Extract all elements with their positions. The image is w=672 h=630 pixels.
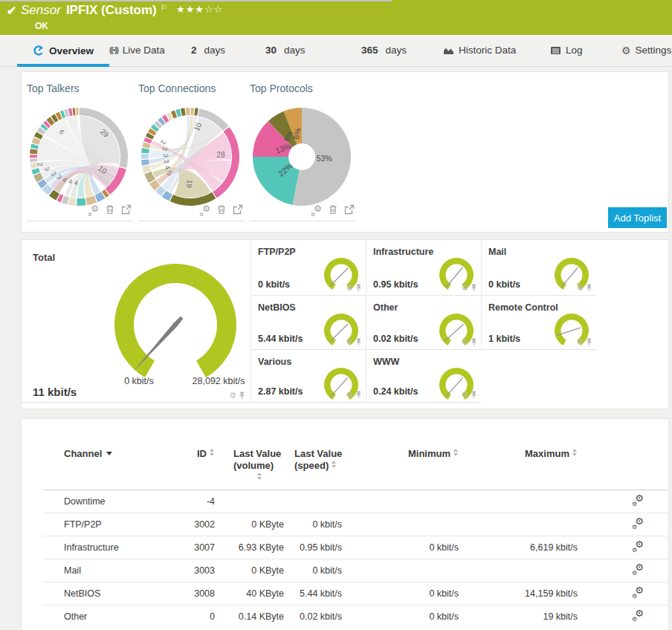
- toplists-panel: Add Toplist Top Talkers291062333444⚙⚙Top…: [21, 71, 669, 233]
- tab-live-data[interactable]: ((•))Live Data: [109, 45, 165, 56]
- column-header-channel[interactable]: Channel: [43, 448, 190, 490]
- tab-number: 365: [361, 45, 378, 56]
- channel-name: Other: [43, 605, 190, 629]
- gear-small-icon[interactable]: ⚙: [576, 338, 584, 346]
- toplist-actions: ⚙⚙: [199, 204, 243, 218]
- gear-small-icon[interactable]: ⚙: [461, 338, 468, 346]
- pin-icon[interactable]: [586, 338, 592, 346]
- gear-small-icon[interactable]: ⚙: [576, 284, 584, 292]
- trash-icon[interactable]: [329, 204, 337, 218]
- sort-icon[interactable]: [257, 472, 262, 480]
- external-link-icon[interactable]: [344, 204, 355, 218]
- row-gears-icon[interactable]: ⚙⚙: [632, 587, 644, 598]
- column-header-last-value-volume-[interactable]: Last Value(volume): [215, 448, 284, 490]
- area-icon: [443, 46, 454, 55]
- gear-small-icon[interactable]: ⚙: [229, 392, 236, 400]
- top-talkers-chart[interactable]: 291062333444: [28, 106, 129, 207]
- toplist-title[interactable]: Top Protocols: [250, 82, 356, 94]
- tab-historic-data[interactable]: Historic Data: [443, 45, 516, 56]
- toplist-title[interactable]: Top Connections: [138, 82, 245, 94]
- tab-log[interactable]: Log: [550, 45, 583, 56]
- tab-label: days: [204, 45, 226, 56]
- row-settings-cell: ⚙⚙: [578, 605, 668, 629]
- row-gears-icon[interactable]: ⚙⚙: [632, 610, 644, 621]
- maximum-value: 14,159 kbit/s: [459, 582, 578, 605]
- gauge-label: NetBIOS: [258, 302, 296, 313]
- pin-icon[interactable]: [355, 284, 362, 292]
- column-label: Minimum: [408, 448, 450, 459]
- tab-days[interactable]: 2days: [191, 45, 225, 56]
- row-gears-icon[interactable]: ⚙⚙: [632, 541, 644, 552]
- table-row-netbios[interactable]: NetBIOS300840 KByte5.44 kbit/s0 kbit/s14…: [43, 582, 668, 605]
- tab-number: 2: [191, 45, 197, 56]
- trash-icon[interactable]: [217, 204, 226, 218]
- row-settings-cell: ⚙⚙: [578, 513, 668, 536]
- top-connections-chart[interactable]: 102819233345: [140, 106, 241, 207]
- row-gears-icon[interactable]: ⚙⚙: [632, 564, 644, 575]
- tab-days[interactable]: 365days: [361, 45, 407, 56]
- card-underline: [250, 221, 356, 221]
- page-title: SensorIPFIX (Custom)⚐: [21, 3, 168, 18]
- flag-icon[interactable]: ⚐: [161, 3, 168, 12]
- add-toplist-button[interactable]: Add Toplist: [608, 207, 667, 228]
- gear-small-icon[interactable]: ⚙: [346, 338, 353, 346]
- toplist-card-top-connections: Top Connections102819233345⚙⚙: [138, 82, 245, 221]
- gauge-value: 0 kbit/s: [488, 279, 520, 290]
- gauge-label: Mail: [488, 247, 506, 257]
- pin-icon[interactable]: [355, 391, 362, 399]
- toplist-title[interactable]: Top Talkers: [27, 82, 133, 94]
- total-gauge-chart[interactable]: [101, 255, 250, 390]
- column-header-last-value-speed-[interactable]: Last Value(speed): [284, 448, 342, 490]
- column-label: Channel: [64, 448, 102, 459]
- tab-label: Historic Data: [459, 45, 516, 56]
- sort-icon[interactable]: [572, 449, 578, 456]
- pin-icon[interactable]: [471, 338, 477, 346]
- pin-icon[interactable]: [355, 338, 362, 346]
- table-row-other[interactable]: Other00.14 KByte0.02 kbit/s0 kbit/s19 kb…: [43, 605, 668, 629]
- pin-icon[interactable]: [471, 284, 477, 292]
- column-header-id[interactable]: ID: [190, 448, 215, 490]
- table-row-ftp-p2p[interactable]: FTP/P2P30020 KByte0 kbit/s⚙⚙: [43, 513, 668, 536]
- external-link-icon[interactable]: [121, 204, 132, 218]
- gear-small-icon[interactable]: ⚙: [461, 391, 468, 399]
- channel-id: 3002: [190, 513, 215, 536]
- channel-gauge-cell-mail: Mail0 kbit/s⚙: [481, 240, 596, 296]
- gauge-label: Other: [373, 302, 398, 313]
- tab-settings[interactable]: ⚙Settings: [621, 45, 671, 56]
- column-header-maximum[interactable]: Maximum: [459, 448, 578, 490]
- last-value-speed: [284, 490, 342, 513]
- row-gears-icon[interactable]: ⚙⚙: [632, 518, 644, 529]
- tab-days[interactable]: 30days: [265, 45, 306, 56]
- top-protocols-chart[interactable]: 53%22%13%6%6%: [251, 106, 352, 207]
- gears-icon[interactable]: ⚙⚙: [88, 206, 99, 216]
- sort-icon[interactable]: [332, 461, 337, 468]
- column-header-minimum[interactable]: Minimum: [342, 448, 459, 490]
- channel-name: Downtime: [43, 490, 190, 513]
- gear-small-icon[interactable]: ⚙: [346, 284, 353, 292]
- pin-icon[interactable]: [471, 391, 477, 399]
- tab-overview[interactable]: Overview: [33, 45, 94, 56]
- gear-small-icon[interactable]: ⚙: [461, 284, 468, 292]
- table-row-downtime[interactable]: Downtime-4⚙⚙: [43, 490, 668, 513]
- maximum-value: 6,619 kbit/s: [459, 536, 578, 559]
- gears-icon[interactable]: ⚙⚙: [311, 206, 322, 216]
- pin-icon[interactable]: [586, 284, 592, 292]
- pin-icon[interactable]: [239, 392, 245, 400]
- table-row-mail[interactable]: Mail30030 KByte0 kbit/s⚙⚙: [43, 559, 668, 582]
- minimum-value: [342, 513, 459, 536]
- gears-icon[interactable]: ⚙⚙: [199, 206, 210, 216]
- trash-icon[interactable]: [106, 204, 114, 218]
- channel-id: 3008: [190, 582, 215, 605]
- gear-small-icon[interactable]: ⚙: [346, 391, 353, 399]
- toplist-actions: ⚙⚙: [311, 204, 355, 218]
- sort-icon[interactable]: [453, 449, 459, 456]
- external-link-icon[interactable]: [233, 204, 243, 218]
- priority-stars[interactable]: ★★★☆☆: [176, 4, 223, 15]
- row-gears-icon[interactable]: ⚙⚙: [632, 495, 644, 506]
- table-row-infrastructure[interactable]: Infrastructure30076.93 KByte0.95 kbit/s0…: [43, 536, 668, 559]
- top-edge-sliver: [0, 0, 392, 1]
- tab-label: days: [284, 45, 306, 56]
- svg-text:3: 3: [162, 153, 169, 158]
- sort-icon[interactable]: [210, 449, 215, 456]
- gauge-value: 5.44 kbit/s: [258, 334, 303, 344]
